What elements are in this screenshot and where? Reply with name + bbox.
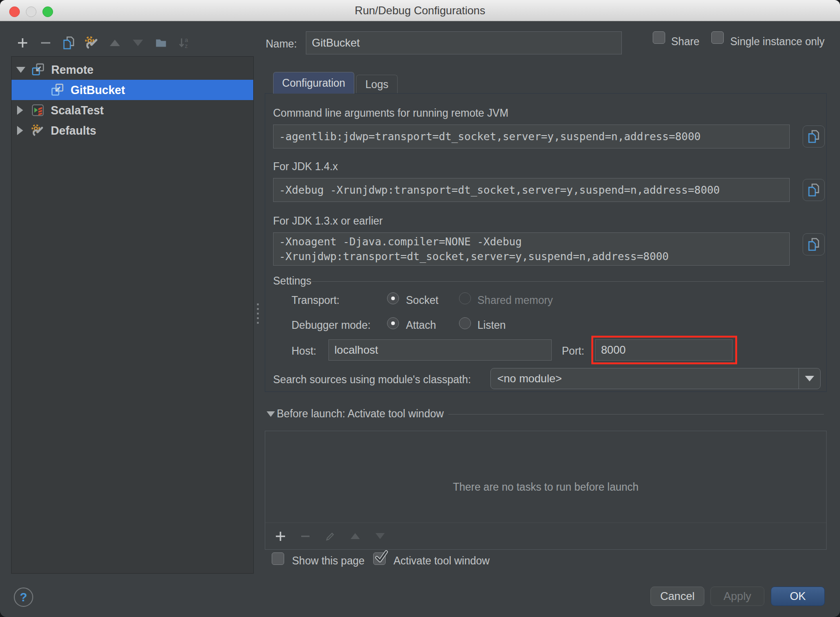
empty-tasks-message: There are no tasks to run before launch bbox=[265, 481, 826, 493]
ok-button[interactable]: OK bbox=[771, 587, 825, 606]
remote-config-icon bbox=[32, 63, 45, 76]
before-launch-toolbar bbox=[265, 522, 826, 549]
remove-task-button[interactable] bbox=[298, 529, 312, 543]
sort-az-icon: a z bbox=[178, 36, 191, 49]
name-input[interactable]: GitBucket bbox=[306, 31, 622, 54]
svg-text:z: z bbox=[185, 42, 188, 49]
copy-configuration-button[interactable] bbox=[62, 36, 76, 50]
move-up-button[interactable] bbox=[108, 36, 122, 50]
tab-logs[interactable]: Logs bbox=[356, 75, 398, 94]
up-arrow-icon bbox=[351, 533, 360, 539]
configurations-tree: Remote GitBucket ScalaTe bbox=[11, 56, 254, 574]
before-launch-title[interactable]: Before launch: Activate tool window bbox=[277, 408, 444, 420]
down-arrow-icon bbox=[133, 40, 143, 46]
tree-item-label: Defaults bbox=[51, 124, 96, 137]
configurations-toolbar: a z bbox=[16, 36, 191, 50]
remote-config-icon bbox=[51, 83, 64, 96]
edit-defaults-button[interactable] bbox=[85, 36, 99, 50]
help-button[interactable]: ? bbox=[14, 587, 33, 607]
sort-configurations-button[interactable]: a z bbox=[177, 36, 191, 50]
show-this-page-label[interactable]: Show this page bbox=[292, 555, 364, 567]
single-instance-checkbox[interactable] bbox=[711, 31, 724, 44]
move-down-button[interactable] bbox=[131, 36, 145, 50]
wrench-gear-icon bbox=[85, 36, 99, 50]
tree-item-label: ScalaTest bbox=[51, 104, 104, 117]
question-mark-icon: ? bbox=[20, 590, 27, 605]
collapsed-arrow-icon[interactable] bbox=[17, 106, 23, 115]
configuration-tab-panel bbox=[265, 93, 827, 392]
folder-icon bbox=[155, 36, 167, 49]
down-arrow-icon bbox=[375, 533, 385, 539]
tree-item-scalatest[interactable]: ScalaTest bbox=[12, 100, 253, 120]
wrench-gear-icon bbox=[31, 124, 44, 137]
tree-item-label: GitBucket bbox=[71, 83, 125, 97]
tab-configuration[interactable]: Configuration bbox=[273, 72, 354, 94]
window-title: Run/Debug Configurations bbox=[0, 4, 840, 17]
activate-tool-window-checkbox[interactable] bbox=[373, 552, 386, 565]
checkmark-icon bbox=[373, 549, 389, 565]
minus-icon bbox=[40, 37, 52, 49]
expanded-arrow-icon[interactable] bbox=[16, 67, 25, 73]
up-arrow-icon bbox=[110, 40, 120, 46]
share-label[interactable]: Share bbox=[671, 36, 699, 48]
plus-icon bbox=[274, 530, 286, 542]
tree-item-label: Remote bbox=[51, 63, 94, 77]
before-launch-separator bbox=[448, 414, 824, 415]
apply-button[interactable]: Apply bbox=[710, 587, 764, 606]
edit-task-button[interactable] bbox=[323, 529, 337, 543]
tree-item-remote[interactable]: Remote bbox=[12, 59, 253, 80]
remove-configuration-button[interactable] bbox=[39, 36, 53, 50]
create-folder-button[interactable] bbox=[154, 36, 168, 50]
before-launch-collapse-icon[interactable] bbox=[267, 411, 275, 417]
tree-item-gitbucket[interactable]: GitBucket bbox=[12, 80, 253, 100]
tree-item-defaults[interactable]: Defaults bbox=[12, 120, 253, 141]
cancel-button[interactable]: Cancel bbox=[650, 587, 704, 606]
show-this-page-checkbox[interactable] bbox=[272, 552, 284, 565]
port-highlight-annotation bbox=[591, 336, 737, 364]
single-instance-label[interactable]: Single instance only bbox=[730, 36, 825, 48]
run-debug-configurations-dialog: Run/Debug Configurations bbox=[0, 0, 840, 617]
copy-icon bbox=[62, 36, 76, 50]
before-launch-tasks-panel: There are no tasks to run before launch bbox=[265, 431, 827, 550]
titlebar: Run/Debug Configurations bbox=[0, 0, 840, 21]
scalatest-icon bbox=[31, 104, 44, 117]
plus-icon bbox=[17, 37, 29, 49]
activate-tool-window-label[interactable]: Activate tool window bbox=[393, 555, 489, 567]
add-task-button[interactable] bbox=[274, 529, 287, 543]
panel-splitter-handle[interactable] bbox=[257, 303, 259, 325]
name-label: Name: bbox=[266, 38, 297, 50]
move-task-down-button[interactable] bbox=[373, 529, 387, 543]
collapsed-arrow-icon[interactable] bbox=[17, 126, 23, 135]
add-configuration-button[interactable] bbox=[16, 36, 30, 50]
minus-icon bbox=[299, 530, 311, 542]
pencil-icon bbox=[324, 530, 336, 542]
share-checkbox[interactable] bbox=[653, 31, 665, 44]
move-task-up-button[interactable] bbox=[348, 529, 362, 543]
